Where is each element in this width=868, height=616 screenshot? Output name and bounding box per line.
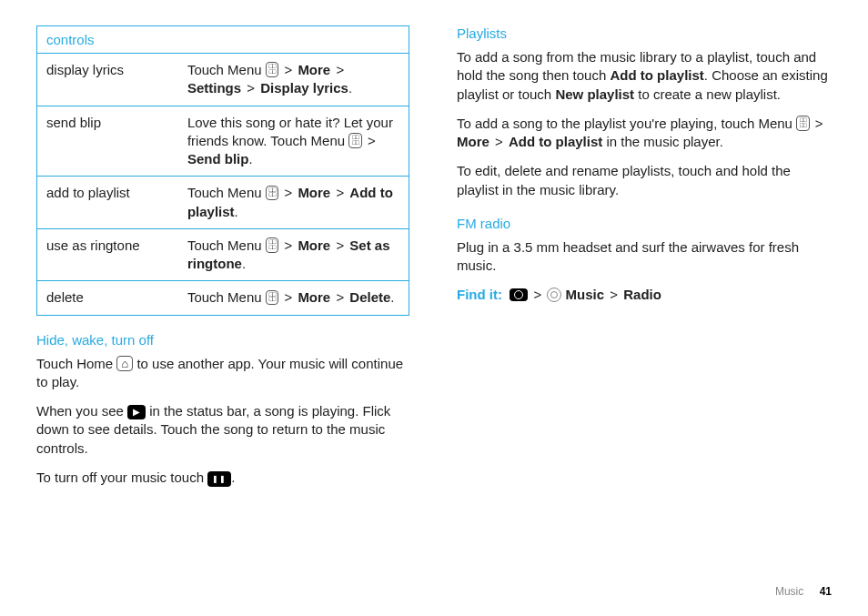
chevron: >: [495, 134, 503, 149]
bold-text: Add to playlist: [509, 134, 602, 149]
play-icon: [127, 405, 146, 419]
playlists-p1: To add a song from the music library to …: [457, 48, 830, 104]
controls-table: controls display lyricsTouch Menu > More…: [36, 25, 409, 316]
section-hide-title: Hide, wake, turn off: [36, 332, 409, 348]
text: to create a new playlist.: [634, 86, 781, 102]
control-instruction: Touch Menu > More > Set as ringtone.: [178, 228, 409, 281]
text: .: [231, 470, 235, 485]
bold-text: New playlist: [555, 86, 634, 102]
control-instruction: Touch Menu > More > Add to playlist.: [178, 177, 409, 229]
right-column: Playlists To add a song from the music l…: [457, 25, 830, 498]
app-ring-icon: [547, 288, 561, 302]
home-icon: [116, 356, 133, 372]
playlists-p2: To add a song to the playlist you're pla…: [457, 115, 830, 152]
control-name: use as ringtone: [37, 228, 178, 281]
text: in the music player.: [602, 134, 723, 149]
left-column: controls display lyricsTouch Menu > More…: [36, 25, 409, 498]
control-name: display lyrics: [37, 54, 178, 106]
table-row: display lyricsTouch Menu > More > Settin…: [37, 54, 409, 106]
fm-findit: Find it: > Music > Radio: [457, 286, 830, 304]
control-instruction: Touch Menu > More > Settings > Display l…: [178, 54, 409, 106]
table-row: send blipLove this song or hate it? Let …: [37, 106, 409, 177]
text: To add a song to the playlist you're pla…: [457, 116, 796, 131]
menu-icon: [348, 133, 361, 148]
text: Touch Home: [36, 356, 116, 371]
bold-text: Add to playlist: [610, 67, 703, 83]
footer-page-number: 41: [820, 585, 832, 598]
find-it-label: Find it:: [457, 287, 502, 302]
section-playlists-title: Playlists: [457, 25, 830, 41]
table-row: deleteTouch Menu > More > Delete.: [37, 281, 409, 315]
control-name: send blip: [37, 106, 178, 177]
hide-p1: Touch Home to use another app. Your musi…: [36, 355, 409, 392]
table-row: add to playlistTouch Menu > More > Add t…: [37, 177, 409, 229]
bold-text: Music: [566, 287, 605, 302]
hide-p3: To turn off your music touch .: [36, 469, 409, 487]
control-name: add to playlist: [37, 177, 178, 229]
text: To turn off your music touch: [36, 470, 207, 485]
menu-icon: [796, 116, 809, 131]
table-row: use as ringtoneTouch Menu > More > Set a…: [37, 228, 409, 281]
bold-text: Radio: [623, 287, 661, 302]
menu-icon: [266, 290, 278, 306]
table-header: controls: [37, 26, 409, 54]
page-footer: Music 41: [775, 585, 832, 598]
control-instruction: Touch Menu > More > Delete.: [178, 281, 409, 315]
hide-p2: When you see in the status bar, a song i…: [36, 402, 409, 458]
footer-section: Music: [775, 585, 803, 598]
fm-p1: Plug in a 3.5 mm headset and surf the ai…: [457, 238, 830, 276]
launcher-icon: [510, 288, 528, 301]
section-fm-title: FM radio: [457, 216, 830, 231]
chevron: >: [815, 116, 823, 131]
bold-text: More: [457, 134, 490, 149]
menu-icon: [266, 186, 278, 201]
playlists-p3: To edit, delete and rename playlists, to…: [457, 162, 830, 199]
chevron: >: [610, 287, 618, 302]
control-instruction: Love this song or hate it? Let your frie…: [178, 106, 409, 177]
chevron: >: [534, 287, 542, 302]
control-name: delete: [37, 281, 178, 315]
text: When you see: [36, 403, 127, 419]
menu-icon: [266, 62, 278, 77]
menu-icon: [266, 237, 278, 253]
pause-icon: [207, 471, 231, 487]
